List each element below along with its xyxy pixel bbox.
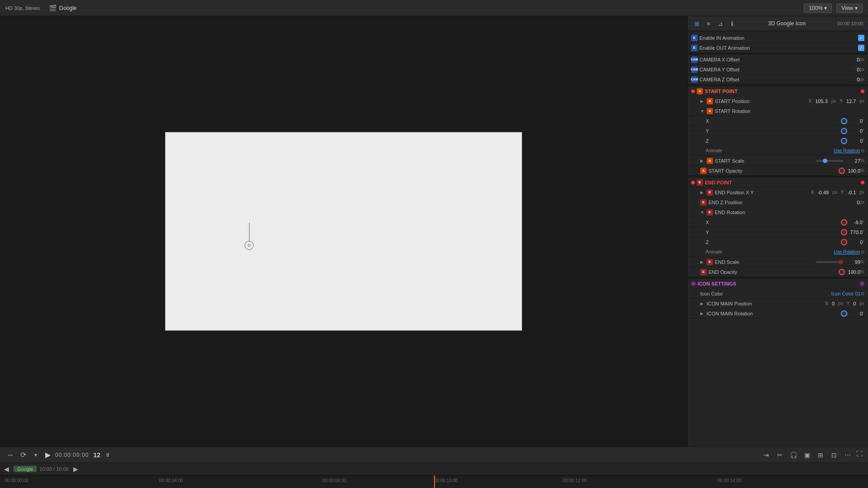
icon-color-value[interactable]: Icon Color 01 — [831, 291, 861, 296]
end-scale-label: END Scale — [715, 259, 816, 265]
tool-extra[interactable]: ▾ — [31, 450, 41, 460]
fullscreen-button[interactable]: ⛶ — [856, 450, 863, 460]
end-opacity-label: END Opacity — [708, 269, 839, 275]
start-position-label: START Position — [715, 99, 809, 104]
rot-z-value[interactable]: 0 — [849, 138, 863, 144]
end-z-row: E END Z Position 0 px — [688, 197, 868, 207]
start-opacity-value[interactable]: 100.0 — [847, 168, 860, 174]
list-icon[interactable]: ≡ — [704, 19, 713, 28]
end-animate-label: Animate — [706, 249, 722, 254]
top-bar: HD 30p, Stereo 🎬 Google 100% ▾ View ▾ — [0, 0, 868, 16]
end-z-value[interactable]: 0 — [846, 200, 859, 205]
tool-select[interactable]: ↔ — [5, 450, 15, 460]
end-rot-z-dial[interactable] — [841, 239, 847, 245]
end-pos-expand[interactable]: ▶ — [700, 190, 705, 195]
end-rot-x-value[interactable]: -6.0 — [849, 220, 863, 225]
end-opacity-dial[interactable] — [839, 269, 845, 275]
enable-in-checkbox[interactable]: ✓ — [858, 35, 864, 41]
start-opacity-row: A START Opacity 100.0 % — [688, 166, 868, 176]
icon-main-pos-x-value[interactable]: 0 — [832, 301, 835, 306]
end-scale-slider[interactable] — [816, 261, 843, 263]
speakers-icon[interactable]: ⇥ — [761, 450, 771, 460]
icon-main-rot-value[interactable]: 0 — [849, 311, 863, 316]
end-rot-z-value[interactable]: 0 — [849, 239, 863, 245]
start-scale-label: START Scale — [715, 158, 816, 164]
rot-y-value[interactable]: 0 — [849, 128, 863, 134]
icon-main-pos-label: ICON MAIN Position — [707, 301, 825, 306]
start-scale-row: ▶ A START Scale 27 % — [688, 156, 868, 166]
info-icon[interactable]: ℹ — [727, 19, 736, 28]
end-animate-row: Animate Use Rotation ⊙ — [688, 247, 868, 257]
headphones-icon[interactable]: 🎧 — [788, 450, 798, 460]
cut-icon[interactable]: ✂ — [775, 450, 785, 460]
start-opacity-dial[interactable] — [839, 168, 845, 174]
start-pos-y-label: Y — [840, 99, 843, 103]
camera-z-value[interactable]: 0 — [846, 77, 859, 82]
icon-main-rot-expand[interactable]: ▶ — [700, 311, 705, 316]
start-scale-slider[interactable] — [816, 160, 843, 162]
end-point-dot-right — [861, 181, 864, 184]
rot-x-value[interactable]: 0 — [849, 118, 863, 124]
start-animate-row: Animate Use Rotation ⊙ — [688, 146, 868, 156]
icon-main-rot-dial[interactable] — [841, 310, 847, 317]
start-pos-x-value[interactable]: 105.3 — [815, 99, 828, 104]
filter-icon[interactable]: ⊿ — [716, 19, 725, 28]
tool-option[interactable]: ⟳ — [18, 450, 28, 460]
start-scale-value[interactable]: 27 — [847, 158, 860, 164]
end-rot-y-value[interactable]: 770.0 — [849, 230, 863, 235]
prev-clip[interactable]: ◀ — [2, 465, 11, 474]
end-point-row: E END POINT — [688, 178, 868, 188]
end-opacity-value[interactable]: 100.0 — [847, 269, 860, 275]
zoom-button[interactable]: 100% ▾ — [804, 4, 832, 13]
icon-settings-dot — [691, 282, 696, 286]
rot-z-dial[interactable] — [841, 138, 847, 144]
start-rot-expand[interactable]: ▼ — [700, 109, 705, 113]
end-rot-y-dial[interactable] — [841, 229, 847, 235]
start-scale-thumb[interactable] — [823, 159, 827, 163]
rot-y-dial[interactable] — [841, 128, 847, 134]
start-rotation-row: ▼ A START Rotation — [688, 106, 868, 116]
start-use-rotation[interactable]: Use Rotation — [834, 148, 860, 153]
grid-icon[interactable]: ⊞ — [692, 19, 701, 28]
next-clip[interactable]: ▶ — [71, 465, 80, 474]
end-rot-x-dial[interactable] — [841, 219, 847, 225]
pause-button[interactable]: ⏸ — [105, 452, 110, 458]
camera-y-value[interactable]: 0 — [846, 67, 859, 72]
rot-x-dial[interactable] — [841, 118, 847, 124]
end-pos-icon: E — [707, 189, 713, 196]
enable-out-checkbox[interactable]: ✓ — [858, 45, 864, 51]
rot-z-row: Z 0 ° — [688, 136, 868, 146]
end-point-icon: E — [697, 179, 703, 186]
view-button[interactable]: View ▾ — [836, 4, 863, 13]
camera-x-unit: px — [859, 57, 864, 62]
clip-label[interactable]: Google — [14, 466, 37, 472]
icon-main-pos-expand[interactable]: ▶ — [700, 301, 705, 306]
end-pos-y-value[interactable]: -0.1 — [847, 190, 856, 195]
icon-main-pos-y-value[interactable]: 0 — [853, 301, 856, 306]
start-pos-y-value[interactable]: 12.7 — [846, 99, 856, 104]
end-scale-row: ▶ E END Scale 99 % — [688, 257, 868, 267]
camera-x-value[interactable]: 0 — [846, 57, 859, 62]
end-scale-value[interactable]: 99 — [847, 259, 860, 265]
end-scale-thumb[interactable] — [839, 260, 843, 264]
playhead[interactable] — [434, 475, 435, 488]
export-icon[interactable]: ⊡ — [829, 450, 839, 460]
audio-icon[interactable]: ⊞ — [816, 450, 826, 460]
camera-z-icon: CAM — [691, 76, 698, 83]
end-use-rotation[interactable]: Use Rotation — [834, 249, 860, 254]
panel-icons: ⊞ ≡ ⊿ ℹ — [692, 19, 736, 28]
end-rot-expand[interactable]: ▼ — [700, 210, 705, 215]
frame-number: 12 — [93, 451, 100, 459]
icon-color-label: Icon Color — [700, 291, 831, 296]
transport-tools: ↔ ⟳ ▾ — [5, 450, 41, 460]
end-pos-x-value[interactable]: -0.49 — [817, 190, 829, 195]
end-rot-icon: E — [707, 209, 713, 216]
start-rot-icon: A — [707, 108, 713, 114]
time-display: 00:00:00:00 — [55, 452, 89, 458]
start-point-icon: A — [697, 88, 703, 94]
video-icon[interactable]: ▣ — [802, 450, 812, 460]
marker-4: 00:00:12:00 — [563, 478, 587, 483]
start-pos-expand[interactable]: ▶ — [700, 99, 705, 103]
more-icon[interactable]: ⋯ — [843, 450, 853, 460]
play-button[interactable]: ▶ — [45, 450, 51, 459]
